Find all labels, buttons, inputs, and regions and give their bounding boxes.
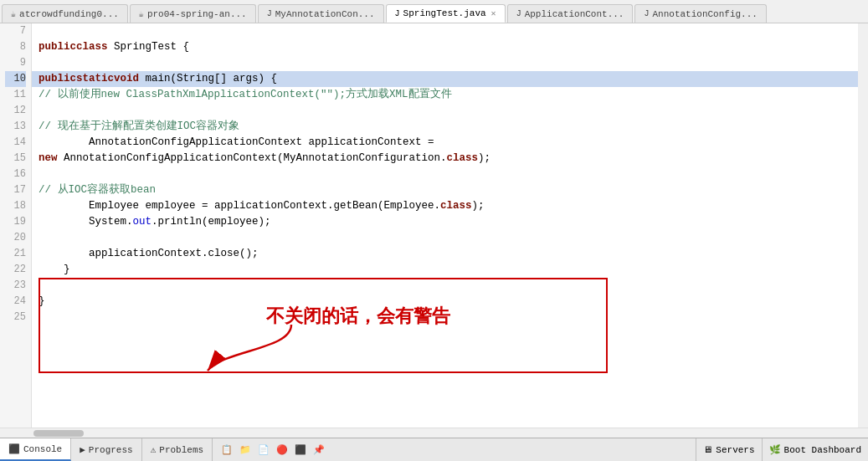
tab-bar: ☕atcrowdfunding0...☕pro04-spring-an...JM… [0, 0, 868, 23]
code-line-15: new AnnotationConfigApplicationContext(M… [32, 151, 858, 166]
tab-icon-tab1: ☕ [11, 9, 16, 19]
code-line-19: System.out.println(employee); [32, 214, 858, 230]
code-content[interactable]: public class SpringTest { public static … [32, 23, 858, 428]
line-num-12: 12 [5, 103, 26, 119]
tab-label-tab4: SpringTest.java [403, 8, 486, 18]
tab-tab1[interactable]: ☕atcrowdfunding0... [2, 4, 128, 23]
bottom-tab-problems[interactable]: ⚠Problems [142, 438, 213, 461]
code-line-8: public class SpringTest { [32, 39, 858, 55]
annotation-text: 不关闭的话，会有警告 [266, 308, 450, 324]
code-line-14: AnnotationConfigApplicationContext appli… [32, 135, 858, 151]
line-num-19: 19 [5, 214, 26, 230]
code-line-18: Employee employee = applicationContext.g… [32, 198, 858, 214]
toolbar-icon-2[interactable]: 📄 [256, 443, 271, 458]
code-line-16 [32, 166, 858, 182]
code-lines: public class SpringTest { public static … [32, 23, 858, 325]
toolbar-icon-5[interactable]: 📌 [311, 443, 326, 458]
line-num-13: 13 [5, 119, 26, 135]
tab-label-tab5: ApplicationCont... [525, 9, 624, 19]
line-num-10: 10 [5, 71, 26, 87]
code-line-21: applicationContext.close(); [32, 246, 858, 262]
tab-tab2[interactable]: ☕pro04-spring-an... [130, 4, 256, 23]
bottom-tab-icon-progress: ▶ [80, 444, 85, 455]
line-num-15: 15 [5, 151, 26, 166]
code-line-9 [32, 55, 858, 71]
line-num-21: 21 [5, 246, 26, 262]
tab-tab6[interactable]: JAnnotationConfig... [634, 4, 766, 23]
keyword: public [39, 71, 76, 87]
code-line-20 [32, 230, 858, 246]
tab-tab3[interactable]: JMyAnnotationCon... [258, 4, 384, 23]
toolbar-icon-3[interactable]: 🔴 [275, 443, 290, 458]
code-line-17: // 从IOC容器获取bean [32, 182, 858, 198]
line-num-8: 8 [5, 39, 26, 55]
bottom-tab-label-problems: Problems [159, 445, 203, 455]
line-num-16: 16 [5, 166, 26, 182]
code-line-23 [32, 278, 858, 294]
line-num-25: 25 [5, 310, 26, 325]
bottom-right-boot-dashboard[interactable]: 🌿Boot Dashboard [762, 438, 868, 461]
toolbar-icon-4[interactable]: ⬛ [293, 443, 308, 458]
bottom-right-servers[interactable]: 🖥Servers [696, 438, 761, 461]
keyword: class [447, 151, 479, 166]
line-num-11: 11 [5, 87, 26, 103]
bottom-tab-label-progress: Progress [89, 445, 133, 455]
editor-area: 78910111213141516171819202122232425 publ… [0, 23, 868, 428]
tab-label-tab1: atcrowdfunding0... [19, 9, 119, 19]
line-numbers: 78910111213141516171819202122232425 [0, 23, 32, 428]
code-line-7 [32, 23, 858, 39]
tab-icon-tab3: J [267, 9, 272, 18]
bottom-right-icon-servers: 🖥 [703, 444, 712, 455]
annotation-arrow [157, 316, 342, 383]
line-num-23: 23 [5, 278, 26, 294]
bottom-tab-label-console: Console [23, 444, 62, 454]
tab-tab4[interactable]: JSpringTest.java✕ [386, 4, 506, 23]
tab-label-tab2: pro04-spring-an... [147, 9, 247, 19]
keyword: class [440, 198, 472, 214]
comment: // 现在基于注解配置类创建IOC容器对象 [39, 119, 239, 135]
line-num-9: 9 [5, 55, 26, 71]
bottom-tab-icon-problems: ⚠ [151, 444, 157, 455]
keyword: static [76, 71, 114, 87]
horizontal-scrollbar[interactable] [0, 428, 868, 438]
keyword: void [114, 71, 139, 87]
code-line-12 [32, 103, 858, 119]
line-num-7: 7 [5, 23, 26, 39]
tab-label-tab6: AnnotationConfig... [653, 9, 758, 19]
bottom-right-label-servers: Servers [716, 445, 754, 455]
toolbar-icon-0[interactable]: 📋 [219, 443, 234, 458]
tab-tab5[interactable]: JApplicationCont... [507, 4, 634, 23]
keyword: class [76, 39, 108, 55]
line-num-22: 22 [5, 262, 26, 278]
toolbar-icon-1[interactable]: 📁 [238, 443, 253, 458]
bottom-right-label-boot-dashboard: Boot Dashboard [784, 445, 861, 455]
bottom-right-tabs: 🖥Servers🌿Boot Dashboard [696, 438, 868, 461]
tab-icon-tab4: J [395, 9, 400, 18]
line-num-14: 14 [5, 135, 26, 151]
tab-icon-tab6: J [644, 9, 649, 18]
comment: // 从IOC容器获取bean [39, 182, 156, 198]
line-num-20: 20 [5, 230, 26, 246]
code-line-22: } [32, 262, 858, 278]
line-num-24: 24 [5, 294, 26, 310]
bottom-tab-console[interactable]: ⬛Console [0, 438, 71, 461]
code-line-10: public static void main(String[] args) { [32, 71, 858, 87]
bottom-tab-progress[interactable]: ▶Progress [71, 438, 141, 461]
scrollbar[interactable] [858, 23, 868, 428]
comment: // 以前使用new ClassPathXmlApplicationContex… [39, 87, 452, 103]
tab-label-tab3: MyAnnotationCon... [275, 9, 375, 19]
bottom-right-icon-boot-dashboard: 🌿 [769, 444, 781, 455]
tab-icon-tab5: J [516, 9, 521, 18]
bottom-bar: ⬛Console▶Progress⚠Problems📋📁📄🔴⬛📌 🖥Server… [0, 438, 868, 461]
field: out [133, 214, 152, 230]
bottom-tab-icon-console: ⬛ [8, 443, 20, 454]
tab-close-tab4[interactable]: ✕ [491, 8, 496, 18]
code-line-11: // 以前使用new ClassPathXmlApplicationContex… [32, 87, 858, 103]
code-line-13: // 现在基于注解配置类创建IOC容器对象 [32, 119, 858, 135]
toolbar-icons: 📋📁📄🔴⬛📌 [213, 441, 333, 459]
keyword: public [39, 39, 76, 55]
line-num-18: 18 [5, 198, 26, 214]
keyword: new [39, 151, 58, 166]
line-num-17: 17 [5, 182, 26, 198]
tab-icon-tab2: ☕ [139, 9, 144, 19]
